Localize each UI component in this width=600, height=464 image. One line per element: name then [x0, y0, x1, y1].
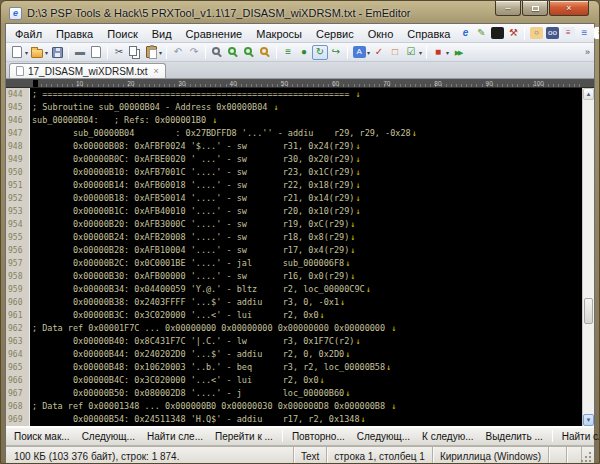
- code-line[interactable]: 966 0x00000B4C: 0x3C020000 '...<' - lui …: [6, 374, 582, 387]
- findbar-button[interactable]: Следующ...: [351, 430, 416, 443]
- menu-item-0[interactable]: Файл: [8, 26, 49, 42]
- encoding-icon-dropdown[interactable]: ▾: [367, 49, 370, 56]
- editor[interactable]: 944; ===================================…: [6, 88, 594, 426]
- record-macro-icon[interactable]: ■: [430, 45, 446, 60]
- menu-item-4[interactable]: Сравнение: [179, 26, 250, 42]
- code-line[interactable]: 953 0x00000B1C: 0xAFB40010 '....' - sw r…: [6, 205, 582, 218]
- code-line[interactable]: 945; Subroutine sub_00000B04 - Address 0…: [6, 101, 582, 114]
- code-line[interactable]: 963 0x00000B40: 0x8C431F7C '|.C.' - lw r…: [6, 335, 582, 348]
- script-icon[interactable]: ≡: [592, 26, 600, 41]
- tab-17-disasm[interactable]: 17_DISASM_wiXDRSM.txt ×: [9, 63, 166, 78]
- findbar-button[interactable]: Выделить ...: [479, 430, 548, 443]
- compare-icon[interactable]: □: [387, 45, 403, 60]
- code-line[interactable]: 967 0x00000B50: 0x080002D8 '....' - j lo…: [6, 387, 582, 400]
- paste-icon[interactable]: [143, 45, 159, 60]
- wrap-by-page-icon[interactable]: ↪: [328, 45, 344, 60]
- code-line[interactable]: 954 0x00000B20: 0xAFB3000C '....' - sw r…: [6, 218, 582, 231]
- code-line[interactable]: 944; ===================================…: [6, 88, 582, 101]
- minimize-button[interactable]: –: [495, 1, 521, 16]
- undo-icon[interactable]: ↶: [170, 45, 186, 60]
- wrap-by-window-icon[interactable]: ↻: [312, 45, 328, 60]
- print-preview-icon[interactable]: [88, 45, 104, 60]
- findbar-button[interactable]: К следую...: [416, 430, 479, 443]
- hammer-icon[interactable]: ⚒: [505, 26, 521, 41]
- mode-cell[interactable]: Text: [293, 447, 326, 464]
- open-file-icon-dropdown[interactable]: ▾: [45, 49, 48, 56]
- code-area[interactable]: 944; ===================================…: [6, 88, 582, 426]
- marks-icon[interactable]: ✓: [371, 45, 387, 60]
- console-icon[interactable]: [489, 26, 505, 41]
- ie-browser-icon[interactable]: e: [457, 26, 473, 41]
- code-line[interactable]: 965 0x00000B48: 0x10620003 '..b.' - beq …: [6, 361, 582, 374]
- findbar-button[interactable]: Найти сле...: [556, 430, 600, 443]
- scroll-up-arrow[interactable]: ▲: [583, 88, 594, 100]
- code-line[interactable]: 947 sub_00000B04 : 0x27BDFFD8 '...'' - a…: [6, 127, 582, 140]
- cut-icon[interactable]: ✂: [111, 45, 127, 60]
- find-prev-icon[interactable]: [241, 45, 257, 60]
- scrollbar-thumb[interactable]: [584, 298, 593, 324]
- record-macro-icon-dropdown[interactable]: ▾: [446, 49, 449, 56]
- code-line[interactable]: 952 0x00000B18: 0xAFB50014 '....' - sw r…: [6, 192, 582, 205]
- save-icon[interactable]: [49, 45, 65, 60]
- maximize-button[interactable]: [522, 1, 548, 16]
- find-next-icon[interactable]: [225, 45, 241, 60]
- code-line[interactable]: 955 0x00000B24: 0xAFB20008 '....' - sw r…: [6, 231, 582, 244]
- findbar-button[interactable]: Повторно...: [286, 430, 351, 443]
- findbar-button[interactable]: Поиск мак...: [8, 430, 76, 443]
- cursor-position-cell[interactable]: строка 1, столбец 1: [326, 447, 432, 464]
- menu-item-2[interactable]: Поиск: [100, 26, 144, 42]
- code-line[interactable]: 946sub_00000B04: ; Refs: 0x000001B0 ↓: [6, 114, 582, 127]
- eol-mark: ↓: [391, 400, 396, 413]
- abacus-icon[interactable]: ≡: [560, 26, 576, 41]
- encoding-cell[interactable]: Кириллица (Windows): [432, 447, 548, 464]
- code-line[interactable]: 956 0x00000B28: 0xAFB10004 '....' - sw r…: [6, 244, 582, 257]
- code-line[interactable]: 948 0x00000B08: 0xAFBF0024 '$...' - sw r…: [6, 140, 582, 153]
- code-line[interactable]: 959 0x00000B34: 0x04400059 'Y.@.' - bltz…: [6, 283, 582, 296]
- toolbar-overflow-icon[interactable]: »: [585, 47, 590, 57]
- vertical-scrollbar[interactable]: ▲ ▼: [582, 88, 594, 426]
- binoculars-icon[interactable]: oo: [544, 26, 560, 41]
- findbar-button[interactable]: Следующ...: [76, 430, 141, 443]
- customize-icon-dropdown[interactable]: ▾: [419, 49, 422, 56]
- menu-item-3[interactable]: Вид: [145, 26, 179, 42]
- findbar-button[interactable]: Найти сле...: [141, 430, 209, 443]
- code-line[interactable]: 960 0x00000B38: 0x2403FFFF '...$' - addi…: [6, 296, 582, 309]
- close-button[interactable]: ×: [549, 1, 589, 16]
- code-line[interactable]: 968; Data ref 0x00001348 ... 0x000000B0 …: [6, 400, 582, 413]
- paste-icon-dropdown[interactable]: ▾: [159, 49, 162, 56]
- code-line[interactable]: 950 0x00000B10: 0xAFB7001C '....' - sw r…: [6, 166, 582, 179]
- new-file-icon[interactable]: [9, 45, 25, 60]
- menu-item-6[interactable]: Сервис: [309, 26, 361, 42]
- run-macro-icon[interactable]: ▶▶: [450, 45, 466, 60]
- code-line[interactable]: 961 0x00000B3C: 0x3C020000 '...<' - lui …: [6, 309, 582, 322]
- tab-close-icon[interactable]: ×: [153, 66, 158, 76]
- find-icon[interactable]: [209, 45, 225, 60]
- code-line[interactable]: 958 0x00000B30: 0xAFB00000 '....' - sw r…: [6, 270, 582, 283]
- menu-item-1[interactable]: Правка: [49, 26, 100, 42]
- resize-grip[interactable]: [581, 447, 594, 464]
- code-line[interactable]: 964 0x00000B44: 0x240202D0 '...$' - addi…: [6, 348, 582, 361]
- wrap-none-icon[interactable]: ≡: [280, 45, 296, 60]
- menu-item-8[interactable]: Справка: [400, 26, 457, 42]
- scroll-down-arrow[interactable]: ▼: [583, 414, 594, 426]
- code-line[interactable]: 957 0x00000B2C: 0x0C0001BE '....' - jal …: [6, 257, 582, 270]
- code-line[interactable]: 951 0x00000B14: 0xAFB60018 '....' - sw r…: [6, 179, 582, 192]
- list-icon[interactable]: ≡: [576, 26, 592, 41]
- code-line[interactable]: 969 0x00000B54: 0x24511348 'H.Q$' - addi…: [6, 413, 582, 426]
- external-editor-icon[interactable]: ✎: [473, 26, 489, 41]
- new-file-icon-dropdown[interactable]: ▾: [25, 49, 28, 56]
- redo-icon[interactable]: ↷: [186, 45, 202, 60]
- customize-icon[interactable]: ☑: [403, 45, 419, 60]
- encoding-icon[interactable]: A: [351, 45, 367, 60]
- wrap-indication-icon[interactable]: ●: [296, 45, 312, 60]
- print-icon[interactable]: ▬: [72, 45, 88, 60]
- menu-item-5[interactable]: Макросы: [249, 26, 309, 42]
- code-line[interactable]: 949 0x00000B0C: 0xAFBE0020 ' ...' - sw r…: [6, 153, 582, 166]
- find-in-files-icon[interactable]: [257, 45, 273, 60]
- code-line[interactable]: 962; Data ref 0x00001F7C ... 0x00000000 …: [6, 322, 582, 335]
- explorer-search-icon[interactable]: ○: [528, 26, 544, 41]
- open-file-icon[interactable]: [29, 45, 45, 60]
- findbar-button[interactable]: Перейти к ...: [209, 430, 279, 443]
- copy-icon[interactable]: [127, 45, 143, 60]
- menu-item-7[interactable]: Окно: [361, 26, 401, 42]
